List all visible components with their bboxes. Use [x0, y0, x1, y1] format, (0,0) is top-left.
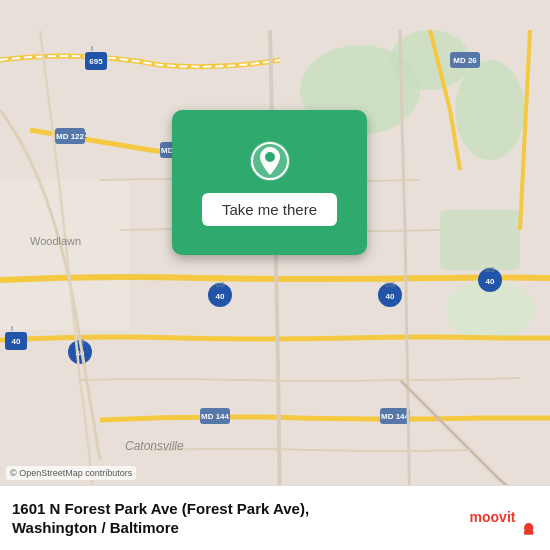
address-block: 1601 N Forest Park Ave (Forest Park Ave)… — [12, 499, 309, 538]
svg-point-41 — [265, 152, 275, 162]
address-line2: Washington / Baltimore — [12, 518, 309, 538]
svg-rect-6 — [0, 180, 130, 330]
svg-rect-44 — [524, 530, 533, 535]
bottom-info-bar: 1601 N Forest Park Ave (Forest Park Ave)… — [0, 485, 550, 550]
svg-point-3 — [455, 60, 525, 160]
moovit-logo-svg: moovit — [468, 500, 538, 536]
svg-text:40: 40 — [12, 337, 21, 346]
svg-text:US: US — [485, 266, 495, 273]
svg-text:US: US — [385, 281, 395, 288]
osm-attribution: © OpenStreetMap contributors — [6, 466, 136, 480]
svg-rect-4 — [440, 210, 520, 270]
svg-text:Catonsville: Catonsville — [125, 439, 184, 453]
svg-text:40: 40 — [386, 292, 395, 301]
svg-text:moovit: moovit — [470, 509, 516, 525]
svg-text:MD 144: MD 144 — [201, 412, 230, 421]
location-pin-icon — [248, 139, 292, 183]
svg-text:Woodlawn: Woodlawn — [30, 235, 81, 247]
address-line1: 1601 N Forest Park Ave (Forest Park Ave)… — [12, 499, 309, 519]
map-container: MD 122 MD 122 695 I MD 122 MD 122 40 US … — [0, 0, 550, 550]
popup-card: Take me there — [172, 110, 367, 255]
svg-text:MD 122: MD 122 — [56, 132, 85, 141]
svg-text:MD 26: MD 26 — [453, 56, 477, 65]
svg-text:40: 40 — [486, 277, 495, 286]
svg-text:I: I — [11, 325, 13, 332]
svg-text:695: 695 — [89, 57, 103, 66]
svg-text:I: I — [91, 45, 93, 52]
svg-text:US: US — [215, 281, 225, 288]
moovit-logo: moovit — [468, 500, 538, 536]
take-me-there-button[interactable]: Take me there — [202, 193, 337, 226]
svg-text:MD 144: MD 144 — [381, 412, 410, 421]
svg-text:40: 40 — [216, 292, 225, 301]
